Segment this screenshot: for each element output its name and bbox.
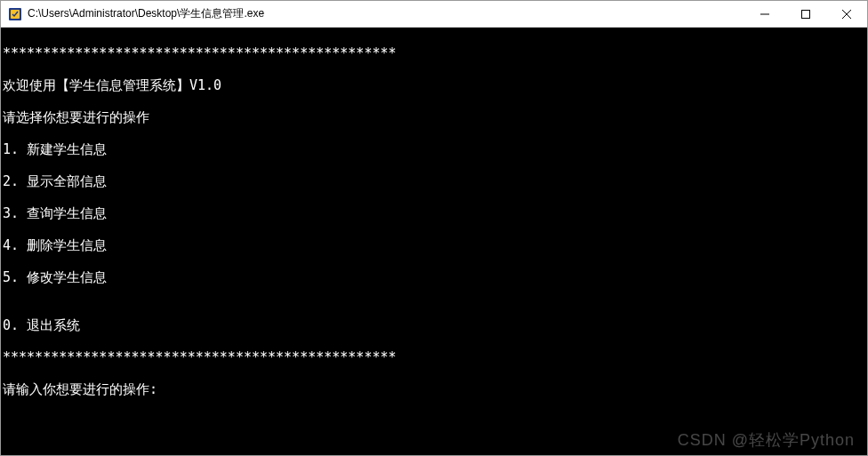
- menu-item: 5. 修改学生信息: [3, 269, 867, 285]
- watermark-text: CSDN @轻松学Python: [678, 432, 855, 448]
- menu-item: 4. 删除学生信息: [3, 237, 867, 253]
- window-title: C:\Users\Administrator\Desktop\学生信息管理.ex…: [28, 6, 744, 21]
- maximize-button[interactable]: [785, 1, 826, 27]
- svg-rect-3: [802, 10, 810, 18]
- menu-item: 2. 显示全部信息: [3, 173, 867, 189]
- app-icon: [8, 7, 22, 21]
- separator-line: ****************************************…: [3, 45, 867, 61]
- close-button[interactable]: [826, 1, 867, 27]
- menu-item: 1. 新建学生信息: [3, 141, 867, 157]
- exit-option-line: 0. 退出系统: [3, 317, 867, 333]
- minimize-button[interactable]: [744, 1, 785, 27]
- menu-item: 3. 查询学生信息: [3, 205, 867, 221]
- console-output[interactable]: ****************************************…: [1, 28, 867, 455]
- input-prompt-line: 请输入你想要进行的操作:: [3, 381, 867, 397]
- window-titlebar: C:\Users\Administrator\Desktop\学生信息管理.ex…: [1, 1, 867, 28]
- prompt-select-line: 请选择你想要进行的操作: [3, 109, 867, 125]
- separator-line: ****************************************…: [3, 349, 867, 365]
- welcome-line: 欢迎使用【学生信息管理系统】V1.0: [3, 77, 867, 93]
- window-controls: [744, 1, 867, 27]
